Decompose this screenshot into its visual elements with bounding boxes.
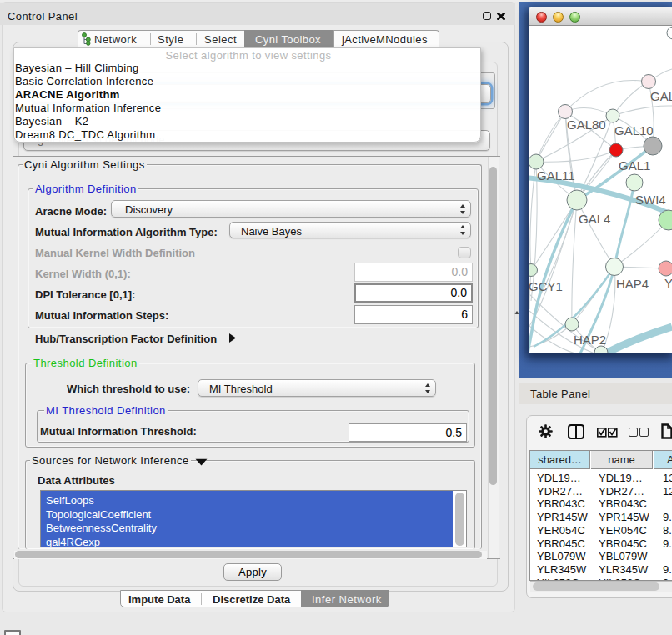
svg-text:GAL1: GAL1 <box>619 158 650 172</box>
svg-text:GAL4: GAL4 <box>579 212 610 226</box>
svg-text:GCY1: GCY1 <box>529 279 563 293</box>
svg-text:GAL: GAL <box>650 89 672 103</box>
svg-text:GAL11: GAL11 <box>537 168 575 182</box>
svg-text:GAL10: GAL10 <box>614 123 654 138</box>
svg-text:HAP2: HAP2 <box>574 332 606 347</box>
svg-text:HAP4: HAP4 <box>616 277 649 291</box>
svg-text:GAL80: GAL80 <box>567 118 606 132</box>
svg-text:Y: Y <box>664 276 672 290</box>
svg-text:SWI4: SWI4 <box>635 192 666 207</box>
